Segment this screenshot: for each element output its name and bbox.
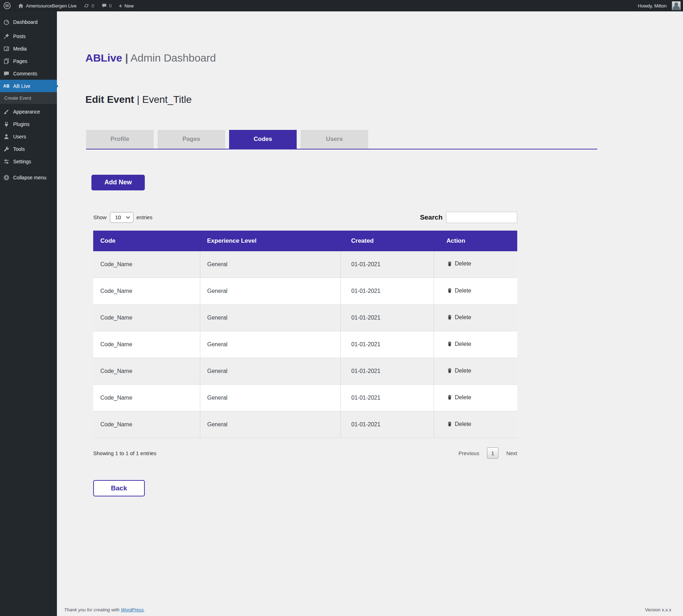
table-footer: Showing 1 to 1 of 1 entries Previous 1 N… [93,447,517,459]
trash-icon [447,394,452,400]
sidebar-item-media[interactable]: Media [0,42,57,55]
new-label: New [125,3,134,9]
code-cell: Code_Name [93,411,200,438]
action-cell: Delete [434,305,517,331]
delete-button[interactable]: Delete [447,341,471,347]
sidebar-label: Collapse menu [13,175,46,180]
admin-bar-right: Howdy, Milton [634,0,683,11]
previous-page-button[interactable]: Previous [459,450,479,456]
action-cell: Delete [434,331,517,358]
home-icon [18,3,24,9]
version-label: Version x.x.x [645,607,671,612]
sidebar-label: Pages [13,58,27,64]
sidebar-item-appearance[interactable]: Appearance [0,105,57,118]
page-size-control: Show 10 entries [93,212,153,223]
sidebar-label: Appearance [13,109,40,115]
created-cell: 01-01-2021 [340,278,434,305]
experience-level-cell: General [200,411,340,438]
tab-pages[interactable]: Pages [158,130,225,149]
pages-icon [3,58,10,65]
sidebar-item-plugins[interactable]: Plugins [0,118,57,130]
table-row: Code_Name General 01-01-2021 Delete [93,278,517,305]
table-controls: Show 10 entries Search [93,212,517,223]
back-button[interactable]: Back [93,480,145,496]
table-body: Code_Name General 01-01-2021 Delete Code… [93,251,517,438]
codes-datatable: Show 10 entries Search Code Experienc [93,212,517,459]
sidebar-item-comments[interactable]: Comments [0,67,57,80]
experience-level-cell: General [200,331,340,358]
comment-icon [101,3,107,9]
edit-event-label: Edit Event [85,94,134,105]
title-divider: | [125,52,128,64]
submenu-label: Create Event [4,95,31,101]
sidebar-item-dashboard[interactable]: Dashboard [0,16,57,28]
next-page-button[interactable]: Next [506,450,517,456]
sidebar-item-pages[interactable]: Pages [0,55,57,67]
column-header-experience-level: Experience Level [200,231,340,251]
delete-button[interactable]: Delete [447,288,471,294]
sidebar-item-settings[interactable]: Settings [0,155,57,168]
thanks-text: Thank you for creating with WordPress. [64,607,145,612]
delete-label: Delete [455,368,471,374]
table-row: Code_Name General 01-01-2021 Delete [93,331,517,358]
howdy-label: Howdy, Milton [638,3,667,9]
collapse-menu-button[interactable]: Collapse menu [0,171,57,184]
experience-level-cell: General [200,358,340,385]
dashboard-icon [3,19,10,26]
site-name-link[interactable]: AmerisourceBergen Live [14,0,80,11]
admin-footer: Thank you for creating with WordPress. V… [64,607,671,612]
page-title: ABLive | Admin Dashboard [85,52,683,64]
page-size-select[interactable]: 10 [110,212,133,223]
code-cell: Code_Name [93,358,200,385]
created-cell: 01-01-2021 [340,251,434,278]
ab-live-badge-icon: AB [3,83,10,90]
sidebar-item-users[interactable]: Users [0,130,57,143]
menu-separator [0,168,57,171]
updates-button[interactable]: 0 [80,0,97,11]
sidebar-label: AB Live [13,83,30,89]
add-new-button[interactable]: Add New [91,175,145,190]
brand-name: ABLive [85,52,122,64]
action-cell: Delete [434,385,517,411]
delete-button[interactable]: Delete [447,260,471,267]
experience-level-cell: General [200,385,340,411]
plus-icon: + [119,3,122,9]
sidebar-subitem-create-event[interactable]: Create Event [0,92,57,104]
trash-icon [447,341,452,347]
created-cell: 01-01-2021 [340,331,434,358]
column-header-created: Created [340,231,434,251]
search-label: Search [420,214,443,221]
appearance-icon [3,108,10,115]
collapse-icon [3,174,10,181]
code-cell: Code_Name [93,331,200,358]
search-control: Search [420,212,517,223]
sidebar-item-posts[interactable]: Posts [0,30,57,42]
my-account-button[interactable]: Howdy, Milton [634,0,681,11]
sidebar-label: Dashboard [13,19,38,25]
comments-button[interactable]: 0 [98,0,115,11]
delete-button[interactable]: Delete [447,368,471,374]
sidebar-item-tools[interactable]: Tools [0,143,57,155]
experience-level-cell: General [200,251,340,278]
event-name: Event_Title [142,94,192,105]
thanks-prefix: Thank you for creating with [64,607,121,612]
tab-codes[interactable]: Codes [229,130,297,149]
created-cell: 01-01-2021 [340,305,434,331]
action-cell: Delete [434,411,517,438]
delete-button[interactable]: Delete [447,314,471,321]
page-number-button[interactable]: 1 [487,447,498,459]
new-content-button[interactable]: + New [115,0,137,11]
trash-icon [447,288,452,294]
users-icon [3,133,10,140]
delete-button[interactable]: Delete [447,421,471,427]
delete-button[interactable]: Delete [447,394,471,401]
site-name-label: AmerisourceBergen Live [26,3,76,9]
sidebar-item-ab-live[interactable]: AB AB Live [0,80,57,92]
search-input[interactable] [446,212,517,223]
code-cell: Code_Name [93,278,200,305]
wordpress-link[interactable]: WordPress [121,607,144,612]
wp-logo-button[interactable]: W [0,0,14,11]
tab-users[interactable]: Users [301,130,368,149]
tab-profile[interactable]: Profile [86,130,154,149]
code-cell: Code_Name [93,385,200,411]
